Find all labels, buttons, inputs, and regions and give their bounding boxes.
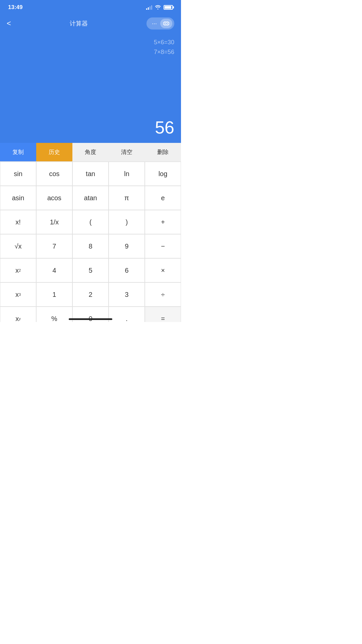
factorial-button[interactable]: x! [0, 210, 36, 234]
status-icons [146, 5, 173, 10]
clear-button[interactable]: 清空 [109, 143, 145, 161]
7-button[interactable]: 7 [36, 234, 72, 258]
8-button[interactable]: 8 [72, 234, 109, 258]
e-button[interactable]: e [145, 186, 181, 210]
angle-button[interactable]: 角度 [72, 143, 109, 161]
history-line-2: 7×8=56 [154, 47, 174, 57]
header-actions: ··· [146, 17, 174, 30]
minus-button[interactable]: − [145, 234, 181, 258]
plus-button[interactable]: + [145, 210, 181, 234]
dot-button[interactable]: . [109, 307, 145, 322]
wifi-icon [155, 5, 161, 10]
page-title: 计算器 [70, 19, 88, 28]
display-area: 5×6=30 7×8=56 56 [0, 32, 181, 143]
square-button[interactable]: x2 [0, 258, 36, 282]
action-row: 复制 历史 角度 清空 删除 [0, 143, 181, 162]
cube-button[interactable]: x3 [0, 282, 36, 307]
2-button[interactable]: 2 [72, 282, 109, 307]
sin-button[interactable]: sin [0, 162, 36, 186]
4-button[interactable]: 4 [36, 258, 72, 282]
3-button[interactable]: 3 [109, 282, 145, 307]
calc-grid: sin cos tan ln log asin acos atan π e x!… [0, 162, 181, 322]
pi-button[interactable]: π [109, 186, 145, 210]
9-button[interactable]: 9 [109, 234, 145, 258]
tan-button[interactable]: tan [72, 162, 109, 186]
equals-button[interactable]: = [145, 307, 181, 322]
back-button[interactable]: < [7, 19, 11, 28]
power-button[interactable]: xy [0, 307, 36, 322]
delete-button[interactable]: 删除 [145, 143, 181, 161]
eye-button[interactable] [160, 19, 172, 28]
ln-button[interactable]: ln [109, 162, 145, 186]
atan-button[interactable]: atan [72, 186, 109, 210]
log-button[interactable]: log [145, 162, 181, 186]
divide-button[interactable]: ÷ [145, 282, 181, 307]
signal-icon [146, 5, 152, 10]
acos-button[interactable]: acos [36, 186, 72, 210]
battery-icon [164, 5, 173, 10]
history-display: 5×6=30 7×8=56 [154, 38, 174, 57]
status-time: 13:49 [8, 4, 22, 11]
svg-point-3 [166, 23, 167, 24]
lparen-button[interactable]: ( [72, 210, 109, 234]
home-indicator [69, 318, 112, 320]
current-result: 56 [155, 117, 174, 138]
copy-button[interactable]: 复制 [0, 143, 36, 161]
rparen-button[interactable]: ) [109, 210, 145, 234]
reciprocal-button[interactable]: 1/x [36, 210, 72, 234]
cos-button[interactable]: cos [36, 162, 72, 186]
1-button[interactable]: 1 [36, 282, 72, 307]
more-options-button[interactable]: ··· [148, 19, 160, 28]
percent-button[interactable]: % [36, 307, 72, 322]
status-bar: 13:49 [0, 0, 181, 15]
asin-button[interactable]: asin [0, 186, 36, 210]
history-line-1: 5×6=30 [154, 38, 174, 47]
6-button[interactable]: 6 [109, 258, 145, 282]
sqrt-button[interactable]: √x [0, 234, 36, 258]
multiply-button[interactable]: × [145, 258, 181, 282]
header: < 计算器 ··· [0, 15, 181, 32]
5-button[interactable]: 5 [72, 258, 109, 282]
history-button[interactable]: 历史 [36, 143, 72, 161]
